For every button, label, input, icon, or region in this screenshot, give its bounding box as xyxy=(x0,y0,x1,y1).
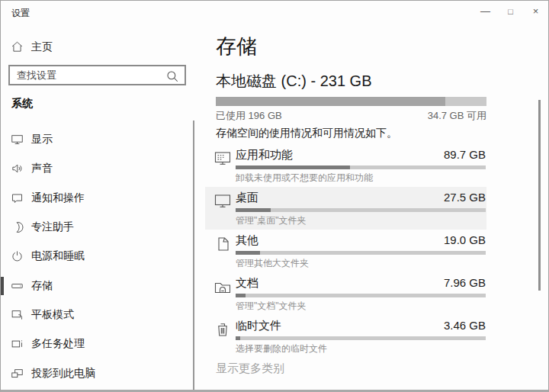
sidebar-item-label: 平板模式 xyxy=(31,308,74,322)
category-usage-bar xyxy=(236,251,486,255)
maximize-button[interactable]: □ xyxy=(498,1,523,21)
sidebar-item-label: 投影到此电脑 xyxy=(31,367,95,381)
sidebar-item-label: 多任务处理 xyxy=(31,337,85,351)
notifications-icon xyxy=(11,191,24,204)
sidebar-item-label: 存储 xyxy=(31,279,53,293)
power-icon xyxy=(11,250,24,263)
disk-usage-bar-fill xyxy=(216,97,445,106)
category-subtitle: 卸载未使用或不想要的应用和功能 xyxy=(236,172,373,185)
main-scrollbar[interactable] xyxy=(538,100,541,291)
category-subtitle: 选择要删除的临时文件 xyxy=(236,342,327,355)
category-name: 临时文件 xyxy=(236,319,281,333)
category-row[interactable]: 文档7.96 GB管理"文档"文件夹 xyxy=(205,272,486,315)
category-row[interactable]: 桌面27.5 GB管理"桌面"文件夹 xyxy=(205,187,486,230)
documents-folder-icon xyxy=(214,278,232,296)
usage-description: 存储空间的使用情况和可用情况如下。 xyxy=(216,127,397,140)
disk-usage-bar xyxy=(216,97,486,106)
show-more-categories-link[interactable]: 显示更多类别 xyxy=(216,361,284,376)
sidebar-item-projecting[interactable]: 投影到此电脑 xyxy=(1,358,193,387)
window-controls: —□× xyxy=(473,1,548,21)
category-usage-bar xyxy=(236,165,486,169)
display-icon xyxy=(11,133,24,146)
category-size: 3.46 GB xyxy=(444,319,486,332)
sidebar-item-tablet-mode[interactable]: 平板模式 xyxy=(1,300,193,329)
sidebar-item-notifications[interactable]: 通知和操作 xyxy=(1,184,193,213)
sidebar: 主页 系统 显示声音通知和操作专注助手电源和睡眠存储平板模式多任务处理投影到此电… xyxy=(1,25,195,390)
home-icon xyxy=(11,40,24,53)
category-name: 其他 xyxy=(236,233,258,248)
sidebar-item-label: 电源和睡眠 xyxy=(31,249,85,263)
category-row[interactable]: 临时文件3.46 GB选择要删除的临时文件 xyxy=(205,315,486,358)
desktop-icon xyxy=(214,192,232,210)
category-usage-bar-fill xyxy=(236,165,350,169)
project-icon xyxy=(11,367,24,380)
sound-icon xyxy=(11,162,24,175)
sidebar-item-label: 声音 xyxy=(31,162,53,175)
search-box xyxy=(8,65,186,85)
multitask-icon xyxy=(11,338,24,351)
sidebar-item-display[interactable]: 显示 xyxy=(1,125,193,154)
sidebar-section-system: 系统 xyxy=(11,97,33,111)
sidebar-scrollbar[interactable] xyxy=(193,120,194,392)
titlebar: 设置 —□× xyxy=(1,1,548,25)
page-title: 存储 xyxy=(216,33,257,60)
search-input[interactable] xyxy=(10,66,185,84)
category-size: 89.7 GB xyxy=(444,148,486,161)
close-icon: × xyxy=(533,5,539,17)
category-usage-bar xyxy=(236,294,486,297)
category-usage-bar-fill xyxy=(236,251,260,255)
disk-free-label: 34.7 GB 可用 xyxy=(428,109,486,123)
storage-icon xyxy=(11,279,24,292)
category-size: 7.96 GB xyxy=(444,276,486,289)
tablet-icon xyxy=(11,308,24,321)
category-name: 文档 xyxy=(236,276,258,291)
other-folder-icon xyxy=(214,235,232,253)
category-name: 应用和功能 xyxy=(236,148,293,162)
category-list: 应用和功能89.7 GB卸载未使用或不想要的应用和功能桌面27.5 GB管理"桌… xyxy=(205,144,486,358)
trash-icon xyxy=(214,320,232,339)
category-usage-bar-fill xyxy=(236,336,240,340)
close-button[interactable]: × xyxy=(523,1,548,21)
category-subtitle: 管理"文档"文件夹 xyxy=(236,300,307,313)
category-subtitle: 管理"桌面"文件夹 xyxy=(236,214,307,227)
minimize-icon: — xyxy=(480,5,490,17)
sidebar-item-label: 通知和操作 xyxy=(31,191,85,205)
window-title: 设置 xyxy=(11,7,30,20)
minimize-button[interactable]: — xyxy=(473,1,498,21)
main-content: 存储 本地磁盘 (C:) - 231 GB 已使用 196 GB 34.7 GB… xyxy=(195,25,548,390)
maximize-icon: □ xyxy=(508,7,513,16)
disk-labels: 已使用 196 GB 34.7 GB 可用 xyxy=(216,109,486,123)
category-size: 19.0 GB xyxy=(444,233,486,246)
sidebar-item-focus-assist[interactable]: 专注助手 xyxy=(1,213,193,242)
settings-window: 设置 —□× 主页 系统 显示声音通知和操作专注助手电源和睡眠存储平板模式多任务… xyxy=(0,0,549,392)
selected-indicator xyxy=(1,277,4,295)
disk-used-label: 已使用 196 GB xyxy=(216,109,282,123)
sidebar-nav-list: 显示声音通知和操作专注助手电源和睡眠存储平板模式多任务处理投影到此电脑 xyxy=(1,125,193,388)
sidebar-item-label: 显示 xyxy=(31,133,53,146)
sidebar-item-storage[interactable]: 存储 xyxy=(1,271,193,300)
category-row[interactable]: 应用和功能89.7 GB卸载未使用或不想要的应用和功能 xyxy=(205,144,486,187)
sidebar-item-power-sleep[interactable]: 电源和睡眠 xyxy=(1,242,193,271)
focus-assist-icon xyxy=(11,221,24,234)
disk-title: 本地磁盘 (C:) - 231 GB xyxy=(216,71,371,92)
sidebar-item-sound[interactable]: 声音 xyxy=(1,154,193,183)
sidebar-item-label: 专注助手 xyxy=(31,220,74,234)
home-label: 主页 xyxy=(31,40,53,54)
category-row[interactable]: 其他19.0 GB管理其他大文件夹 xyxy=(205,230,486,272)
apps-icon xyxy=(214,149,232,168)
category-usage-bar xyxy=(236,336,486,340)
sidebar-item-home[interactable]: 主页 xyxy=(1,35,195,59)
category-usage-bar-fill xyxy=(236,294,246,297)
search-icon[interactable] xyxy=(165,69,179,86)
category-usage-bar-fill xyxy=(236,208,271,212)
category-size: 27.5 GB xyxy=(444,191,486,204)
sidebar-item-multitasking[interactable]: 多任务处理 xyxy=(1,329,193,358)
category-usage-bar xyxy=(236,208,486,212)
category-subtitle: 管理其他大文件夹 xyxy=(236,257,309,270)
category-name: 桌面 xyxy=(236,191,258,205)
